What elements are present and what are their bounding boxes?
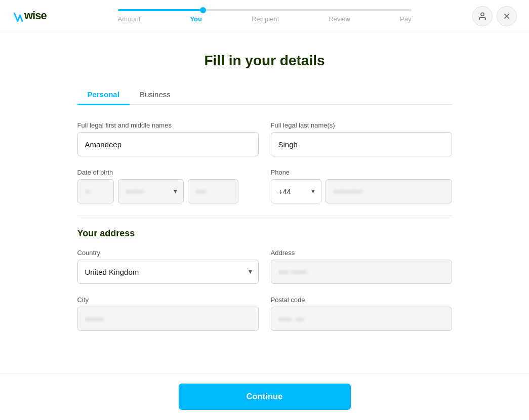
dob-group: Date of birth ••••••• ▼ bbox=[77, 169, 259, 203]
header-actions bbox=[472, 6, 517, 26]
tab-business[interactable]: Business bbox=[130, 85, 181, 105]
section-divider bbox=[77, 216, 452, 216]
tab-personal[interactable]: Personal bbox=[77, 85, 130, 105]
phone-group: Phone +44 ▼ bbox=[271, 169, 452, 203]
address-section-title: Your address bbox=[77, 228, 452, 239]
svg-point-0 bbox=[481, 13, 484, 16]
phone-code-wrapper: +44 ▼ bbox=[271, 179, 321, 203]
address-input[interactable] bbox=[271, 260, 452, 284]
dob-inputs: ••••••• ▼ bbox=[77, 179, 259, 203]
step-review[interactable]: Review bbox=[329, 15, 350, 23]
last-name-label: Full legal last name(s) bbox=[271, 121, 452, 129]
postal-code-input[interactable] bbox=[271, 307, 452, 331]
city-label: City bbox=[77, 296, 259, 304]
phone-inputs: +44 ▼ bbox=[271, 179, 452, 203]
tabs: Personal Business bbox=[77, 85, 452, 105]
city-group: City bbox=[77, 296, 259, 331]
step-you[interactable]: You bbox=[190, 15, 202, 23]
main-content: Fill in your details Personal Business F… bbox=[67, 32, 462, 394]
progress-bar-fill bbox=[118, 9, 200, 11]
dob-month-select[interactable]: ••••••• bbox=[118, 179, 184, 203]
phone-code-select[interactable]: +44 bbox=[271, 179, 321, 203]
country-select[interactable]: United Kingdom United States Germany Fra… bbox=[77, 260, 259, 284]
step-recipient[interactable]: Recipient bbox=[252, 15, 279, 23]
close-button[interactable] bbox=[497, 6, 517, 26]
first-name-label: Full legal first and middle names bbox=[77, 121, 259, 129]
address-group: Address bbox=[271, 249, 452, 284]
phone-number-input[interactable] bbox=[325, 179, 452, 203]
first-name-group: Full legal first and middle names bbox=[77, 121, 259, 156]
progress-dot bbox=[200, 7, 206, 13]
user-account-button[interactable] bbox=[472, 6, 493, 26]
dob-label: Date of birth bbox=[77, 169, 259, 176]
name-row: Full legal first and middle names Full l… bbox=[77, 121, 452, 156]
phone-label: Phone bbox=[271, 169, 452, 176]
first-name-input[interactable] bbox=[77, 132, 259, 156]
dob-year-input[interactable] bbox=[188, 179, 238, 203]
page-title: Fill in your details bbox=[77, 53, 452, 69]
progress-nav: Amount You Recipient Review Pay bbox=[113, 9, 417, 23]
header: wise Amount You Recipient Review Pay bbox=[0, 0, 529, 32]
postal-code-label: Postal code bbox=[271, 296, 452, 304]
progress-steps: Amount You Recipient Review Pay bbox=[118, 15, 412, 23]
logo[interactable]: wise bbox=[12, 9, 47, 22]
logo-symbol: wise bbox=[12, 9, 47, 22]
dob-day-input[interactable] bbox=[77, 179, 114, 203]
last-name-group: Full legal last name(s) bbox=[271, 121, 452, 156]
close-icon bbox=[503, 12, 511, 20]
country-group: Country United Kingdom United States Ger… bbox=[77, 249, 259, 284]
continue-button[interactable]: Continue bbox=[179, 384, 351, 410]
user-icon bbox=[478, 12, 487, 21]
continue-bar: Continue bbox=[0, 373, 529, 420]
country-select-wrapper: United Kingdom United States Germany Fra… bbox=[77, 260, 259, 284]
address-label: Address bbox=[271, 249, 452, 257]
city-postal-row: City Postal code bbox=[77, 296, 452, 331]
dob-phone-row: Date of birth ••••••• ▼ Phone +44 bbox=[77, 169, 452, 203]
last-name-input[interactable] bbox=[271, 132, 452, 156]
country-address-row: Country United Kingdom United States Ger… bbox=[77, 249, 452, 284]
step-amount[interactable]: Amount bbox=[118, 15, 141, 23]
country-label: Country bbox=[77, 249, 259, 257]
progress-bar-container bbox=[118, 9, 412, 11]
step-pay[interactable]: Pay bbox=[400, 15, 411, 23]
postal-code-group: Postal code bbox=[271, 296, 452, 331]
city-input[interactable] bbox=[77, 307, 259, 331]
